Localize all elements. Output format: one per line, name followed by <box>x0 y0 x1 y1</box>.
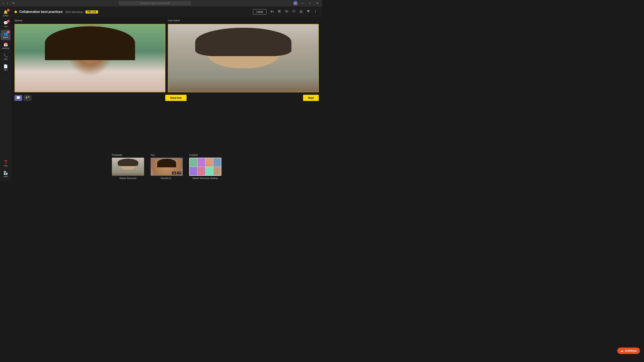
live-indicator <box>14 11 17 13</box>
content-cell-8 <box>213 167 221 176</box>
presenter-tray: Presenter Babak Shammas You 📹 🎤 Danielle… <box>11 150 322 181</box>
chat-badge: 1 <box>7 20 10 22</box>
content-cell-6 <box>198 167 205 176</box>
sidebar-item-activity[interactable]: 🔔 Activity 2 <box>1 8 10 18</box>
qa-icon-btn[interactable] <box>276 9 282 15</box>
svg-rect-5 <box>28 96 30 98</box>
sidebar-label-files: Files <box>4 69 8 71</box>
attendees-count: 3333 attendees <box>65 10 83 13</box>
avatar-status-dot <box>296 4 298 5</box>
svg-point-1 <box>315 11 316 12</box>
sidebar-label-chat: Chat <box>4 25 8 27</box>
store-icon: 🏪 <box>4 171 8 175</box>
tray-thumb-you[interactable]: 📹 🎤 <box>150 158 183 176</box>
tray-name-presenter: Babak Shammas <box>120 177 136 179</box>
tray-thumb-content[interactable] <box>189 158 222 176</box>
content-cell-7 <box>206 167 213 176</box>
live-video-box <box>168 24 319 92</box>
help-icon: ❓ <box>4 160 8 164</box>
tray-name-you: Danielle B... <box>160 177 172 179</box>
avatar-initial: U <box>295 2 296 4</box>
sidebar-item-calls[interactable]: 📞 Calls <box>1 51 10 62</box>
queue-label: Queue <box>14 19 166 22</box>
reactions-icon-btn[interactable] <box>298 9 304 15</box>
more-options-icon-btn[interactable] <box>312 9 319 15</box>
reactions-icon <box>300 10 303 13</box>
controls-row: Send live Start <box>11 94 322 103</box>
sidebar-item-files[interactable]: 📄 Files <box>1 62 10 73</box>
queue-video-feed <box>15 24 165 92</box>
sidebar-item-chat[interactable]: 💬 Chat 1 <box>1 19 10 29</box>
content-cell-2 <box>198 158 205 167</box>
video-area: Queue Live event <box>11 17 322 94</box>
sidebar-item-help[interactable]: ❓ Help <box>1 158 10 169</box>
mic-icon: 🎤 <box>177 172 182 175</box>
sidebar-item-meetings[interactable]: 📅 Meetings <box>1 41 10 51</box>
sidebar: 🔔 Activity 2 💬 Chat 1 👥 Teams 1 📅 Meetin… <box>0 6 11 181</box>
tray-icons: 📹 🎤 <box>172 172 182 175</box>
minimize-button[interactable]: — <box>299 1 306 5</box>
main-layout: 🔔 Activity 2 💬 Chat 1 👥 Teams 1 📅 Meetin… <box>0 6 322 181</box>
sidebar-label-more: ··· <box>5 77 6 79</box>
live-video-feed <box>168 24 318 92</box>
single-view-icon <box>16 96 20 99</box>
tray-thumb-presenter[interactable] <box>112 158 144 176</box>
send-live-button[interactable]: Send live <box>165 95 186 101</box>
start-button[interactable]: Start <box>303 95 319 101</box>
tray-item-content: Content Babek Shammas desktop <box>189 154 222 179</box>
calls-icon: 📞 <box>4 53 8 58</box>
start-btn-container: Start <box>188 95 319 101</box>
svg-rect-4 <box>26 96 27 99</box>
svg-point-2 <box>315 12 316 13</box>
qa-icon <box>278 10 281 13</box>
content-thumb-image <box>189 158 222 176</box>
content-cell-1 <box>190 158 197 167</box>
sidebar-item-store[interactable]: 🏪 Store <box>1 169 10 179</box>
content-area: Collaboration best practices 3333 attend… <box>11 6 322 181</box>
tray-item-presenter: Presenter Babak Shammas <box>112 154 144 179</box>
whiteboard-icon-btn[interactable] <box>283 9 290 15</box>
maximize-button[interactable]: □ <box>307 1 313 5</box>
files-icon: 📄 <box>4 64 8 69</box>
leave-button[interactable]: Leave <box>253 9 266 14</box>
sidebar-label-calls: Calls <box>4 58 8 60</box>
split-view-btn[interactable] <box>24 95 32 101</box>
forward-button[interactable]: › <box>6 1 9 5</box>
sidebar-label-activity: Activity <box>3 15 9 17</box>
participants-icon <box>270 10 274 13</box>
teams-badge: 1 <box>7 30 10 33</box>
camera-icon: 📹 <box>172 172 176 175</box>
tray-label-presenter: Presenter <box>112 154 122 156</box>
search-input[interactable] <box>118 1 191 5</box>
content-cell-5 <box>190 167 197 176</box>
title-bar-right: U — □ ✕ <box>293 1 320 5</box>
compose-button[interactable]: ✎ <box>11 1 16 5</box>
nav-buttons: ‹ › <box>2 1 9 5</box>
participants-icon-btn[interactable] <box>269 9 275 15</box>
queue-video-box <box>14 24 166 92</box>
live-label: Live event <box>168 19 319 22</box>
settings-icon-btn[interactable] <box>305 9 312 15</box>
meeting-title: Collaboration best practices <box>19 10 62 14</box>
content-cell-3 <box>206 158 213 167</box>
chat-icon-btn[interactable] <box>290 9 297 15</box>
sidebar-label-meetings: Meetings <box>2 47 10 49</box>
tray-name-content: Babek Shammas desktop <box>192 177 218 179</box>
tray-label-you: You <box>150 154 154 156</box>
split-view-icon <box>26 96 30 99</box>
presenter-thumb-image <box>112 158 144 176</box>
single-view-btn[interactable] <box>14 95 22 101</box>
sidebar-label-store: Store <box>4 176 8 178</box>
meeting-chat-icon <box>292 10 296 13</box>
close-button[interactable]: ✕ <box>314 1 320 5</box>
svg-point-0 <box>315 10 316 11</box>
sidebar-label-teams: Teams <box>3 36 8 38</box>
title-bar: ‹ › ✎ U — □ ✕ <box>0 0 322 6</box>
back-button[interactable]: ‹ <box>2 1 5 5</box>
header-icons <box>269 9 319 15</box>
avatar[interactable]: U <box>293 1 298 5</box>
activity-badge: 2 <box>7 9 10 12</box>
sidebar-item-more[interactable]: ··· <box>1 73 10 84</box>
live-section: Live event <box>168 19 319 92</box>
sidebar-item-teams[interactable]: 👥 Teams 1 <box>1 30 10 40</box>
